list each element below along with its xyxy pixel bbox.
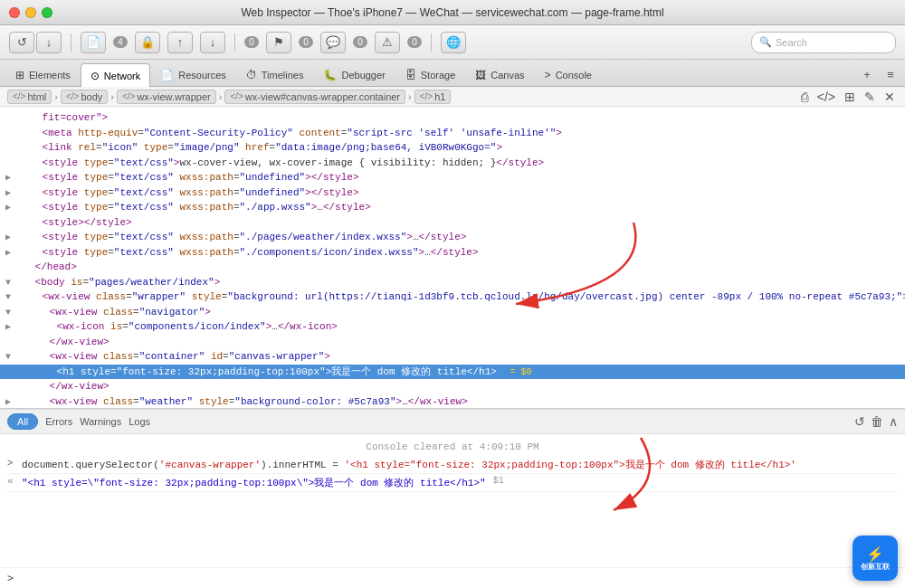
console-collapse-icon[interactable]: ∧ (889, 414, 898, 429)
badge-zero-3: 0 (353, 36, 367, 48)
breadcrumb: </> html › </> body › </> wx-view.wrappe… (0, 87, 905, 107)
expand-arrow-12[interactable]: ▼ (5, 276, 11, 289)
console-trash-icon[interactable]: 🗑 (871, 414, 883, 429)
filter-logs-label[interactable]: Logs (129, 416, 150, 427)
console-input-prompt-icon: > (7, 458, 18, 469)
h1-code-content: <h1 style="font-size: 32px;padding-top:1… (57, 366, 497, 377)
watermark: ⚡ 创新互联 (853, 536, 898, 581)
close-button[interactable] (9, 7, 20, 18)
code-line-15: ▶ <wx-icon is="components/icon/index">…<… (0, 319, 905, 335)
tab-resources[interactable]: 📄 Resources (150, 62, 236, 86)
reload-button[interactable]: ↺ (9, 32, 34, 53)
console-toolbar: All Errors Warnings Logs ↺ 🗑 ∧ (0, 409, 905, 434)
separator-3 (431, 33, 432, 52)
expand-arrow-15[interactable]: ▶ (5, 320, 11, 334)
search-bar[interactable]: 🔍 Search (751, 32, 896, 53)
badge-zero-1: 0 (244, 36, 259, 48)
timelines-icon: ⏱ (246, 69, 257, 81)
more-tabs-button[interactable]: ≡ (881, 65, 900, 83)
code-line-5: ▶ <style type="text/css" wxss:path="unde… (0, 170, 905, 185)
code-line-14: ▼ <wx-view class="navigator"> (0, 305, 905, 320)
console-reload-icon[interactable]: ↺ (854, 414, 865, 429)
network-icon: ⊙ (90, 70, 100, 82)
filter-errors-label[interactable]: Errors (45, 416, 72, 427)
add-tab-button[interactable]: + (858, 65, 876, 83)
tab-network-label: Network (104, 71, 140, 81)
expand-arrow-5[interactable]: ▶ (5, 171, 11, 185)
minimize-button[interactable] (25, 7, 36, 18)
expand-arrow-17[interactable]: ▼ (5, 350, 11, 364)
expand-arrow-9[interactable]: ▶ (5, 231, 11, 244)
tab-elements[interactable]: ⊞ Elements (5, 62, 81, 86)
filter-warnings-label[interactable]: Warnings (80, 416, 121, 427)
code-line-h1-highlighted[interactable]: <h1 style="font-size: 32px;padding-top:1… (0, 365, 905, 380)
breadcrumb-h1-label: h1 (434, 91, 445, 102)
nav-buttons: ↺ ↓ (9, 32, 62, 53)
window-title: Web Inspector — Thoe's iPhone7 — WeChat … (241, 6, 663, 19)
breadcrumb-sep-1: › (53, 91, 59, 102)
code-line-16: </wx-view> (0, 335, 905, 350)
console-input-field[interactable] (19, 573, 898, 584)
globe-icon[interactable]: 🌐 (441, 32, 466, 53)
download-button[interactable]: ↓ (36, 32, 62, 53)
tab-elements-label: Elements (29, 70, 71, 81)
console-clear-message: Console cleared at 4:09:10 PM (7, 438, 898, 456)
code-line-17: ▼ <wx-view class="container" id="canvas-… (0, 349, 905, 365)
tab-canvas[interactable]: 🖼 Canvas (465, 62, 534, 86)
breadcrumb-html[interactable]: </> html (7, 90, 52, 104)
breadcrumb-canvas-wrapper[interactable]: </> wx-view#canvas-wrapper.container (224, 90, 405, 104)
title-bar: Web Inspector — Thoe's iPhone7 — WeChat … (0, 0, 905, 25)
tab-timelines[interactable]: ⏱ Timelines (236, 62, 314, 86)
tab-resources-label: Resources (178, 70, 226, 81)
tag-text: fit=cover"> (43, 112, 109, 123)
canvas-tag-icon: </> (230, 91, 243, 101)
breadcrumb-wrapper-label: wx-view.wrapper (137, 91, 210, 102)
expand-arrow-6[interactable]: ▶ (5, 186, 11, 200)
tab-debugger-label: Debugger (341, 70, 385, 81)
debugger-icon: 🐛 (323, 69, 337, 81)
tab-console-label: Console (556, 70, 592, 81)
nav-tabs: ⊞ Elements ⊙ Network 📄 Resources ⏱ Timel… (0, 60, 905, 87)
breadcrumb-body[interactable]: </> body (61, 90, 108, 104)
expand-arrow-20[interactable]: ▶ (5, 395, 11, 409)
code-line-20: ▶ <wx-view class="weather" style="backgr… (0, 394, 905, 410)
expand-arrow-10[interactable]: ▶ (5, 246, 11, 260)
html-tag-icon: </> (13, 91, 25, 101)
breadcrumb-grid-icon[interactable]: ⊞ (842, 90, 858, 104)
tab-network[interactable]: ⊙ Network (81, 63, 150, 87)
watermark-text: 创新互联 (861, 563, 890, 572)
console-end-buttons: ↺ 🗑 ∧ (854, 414, 898, 429)
download2-icon: ↓ (200, 32, 225, 53)
tab-debugger[interactable]: 🐛 Debugger (313, 62, 395, 86)
filter-all-button[interactable]: All (7, 413, 38, 430)
expand-arrow-14[interactable]: ▼ (5, 306, 11, 319)
console-icon: > (545, 69, 551, 81)
breadcrumb-h1[interactable]: </> h1 (414, 90, 452, 104)
tab-storage[interactable]: 🗄 Storage (395, 62, 466, 86)
breadcrumb-close-icon[interactable]: ✕ (881, 90, 898, 104)
breadcrumb-body-label: body (81, 91, 102, 102)
expand-arrow-13[interactable]: ▼ (5, 290, 11, 304)
breadcrumb-edit-icon[interactable]: ✎ (862, 90, 878, 104)
expand-arrow-7[interactable]: ▶ (5, 201, 11, 214)
code-line-8: <style></style> (0, 215, 905, 231)
code-line-2: <meta http-equiv="Content-Security-Polic… (0, 126, 905, 141)
breadcrumb-code-icon[interactable]: </> (814, 90, 838, 104)
breadcrumb-wrapper[interactable]: </> wx-view.wrapper (117, 90, 216, 104)
breadcrumb-print-icon[interactable]: ⎙ (798, 90, 811, 104)
watermark-symbol: ⚡ (861, 545, 890, 563)
breadcrumb-sep-2: › (110, 91, 115, 102)
code-panel: fit=cover"> <meta http-equiv="Content-Se… (0, 107, 905, 409)
separator-1 (71, 33, 71, 52)
tab-console[interactable]: > Console (535, 62, 602, 86)
badge-zero-4: 0 (407, 36, 422, 48)
code-line-19: </wx-view> (0, 379, 905, 394)
breadcrumb-html-label: html (27, 91, 46, 102)
tab-storage-label: Storage (421, 70, 456, 81)
console-input-row: > (0, 567, 905, 588)
window-controls[interactable] (9, 7, 52, 18)
console-result-num: $1 (493, 476, 504, 486)
storage-icon: 🗄 (405, 69, 416, 81)
maximize-button[interactable] (42, 7, 52, 18)
body-tag-icon: </> (66, 91, 79, 101)
